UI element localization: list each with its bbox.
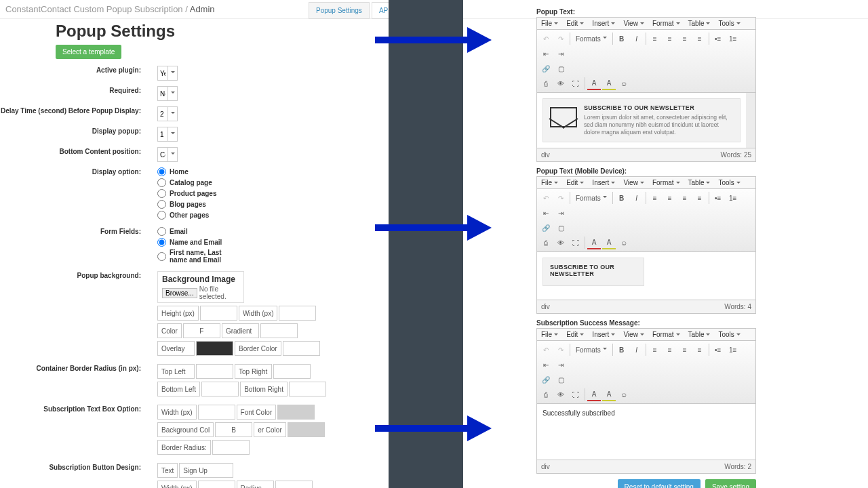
display-option-radio[interactable] <box>157 178 166 187</box>
align-right-icon[interactable]: ≡ <box>678 343 692 357</box>
indent-icon[interactable]: ⇥ <box>554 47 568 60</box>
display-popup-select[interactable] <box>157 127 178 142</box>
menu-file[interactable]: File <box>537 18 562 29</box>
print-icon[interactable]: ⎙ <box>539 388 553 401</box>
bullet-list-icon[interactable]: •≡ <box>711 191 725 205</box>
reset-button[interactable]: Reset to default setting <box>618 479 701 488</box>
italic-icon[interactable]: I <box>630 32 644 45</box>
active-plugin-value[interactable] <box>158 70 167 77</box>
italic-icon[interactable]: I <box>630 343 644 357</box>
align-center-icon[interactable]: ≡ <box>663 32 677 45</box>
display-popup-value[interactable] <box>158 131 167 138</box>
menu-view[interactable]: View <box>619 329 648 340</box>
required-select[interactable] <box>157 86 178 101</box>
image-icon[interactable]: ▢ <box>554 62 568 75</box>
formats-dropdown[interactable]: Formats <box>572 32 610 45</box>
br-input[interactable] <box>289 382 326 396</box>
display-option-radio[interactable] <box>157 200 166 209</box>
menu-file[interactable]: File <box>537 177 562 188</box>
emoji-icon[interactable]: ☺ <box>617 77 631 90</box>
width-input[interactable] <box>279 306 316 321</box>
fullscreen-icon[interactable]: ⛶ <box>569 236 583 249</box>
emoji-icon[interactable]: ☺ <box>617 236 631 249</box>
formats-dropdown[interactable]: Formats <box>572 343 610 357</box>
align-right-icon[interactable]: ≡ <box>678 32 692 45</box>
preview-icon[interactable]: 👁 <box>554 236 568 249</box>
italic-icon[interactable]: I <box>630 191 644 205</box>
gradient-swatch[interactable] <box>260 323 298 338</box>
bullet-list-icon[interactable]: •≡ <box>711 343 725 357</box>
menu-insert[interactable]: Insert <box>588 329 619 340</box>
preview-icon[interactable]: 👁 <box>554 388 568 401</box>
link-icon[interactable]: 🔗 <box>539 62 553 75</box>
bl-input[interactable] <box>201 382 239 396</box>
bgcolor-icon[interactable]: A <box>602 236 616 249</box>
textcolor-icon[interactable]: A <box>587 388 601 401</box>
tb-width-input[interactable] <box>198 405 235 420</box>
textcolor-icon[interactable]: A <box>587 236 601 249</box>
redo-icon[interactable]: ↷ <box>554 191 568 205</box>
align-left-icon[interactable]: ≡ <box>648 32 662 45</box>
align-justify-icon[interactable]: ≡ <box>693 343 707 357</box>
link-icon[interactable]: 🔗 <box>539 373 553 386</box>
bold-icon[interactable]: B <box>615 191 629 205</box>
delay-select[interactable] <box>157 106 178 121</box>
tl-input[interactable] <box>196 364 233 379</box>
redo-icon[interactable]: ↷ <box>554 343 568 357</box>
redo-icon[interactable]: ↷ <box>554 32 568 45</box>
bold-icon[interactable]: B <box>615 32 629 45</box>
menu-edit[interactable]: Edit <box>562 329 588 340</box>
menu-edit[interactable]: Edit <box>562 18 588 29</box>
print-icon[interactable]: ⎙ <box>539 236 553 249</box>
display-option-radio[interactable] <box>157 167 166 176</box>
menu-edit[interactable]: Edit <box>562 177 588 188</box>
delay-value[interactable] <box>158 110 167 118</box>
tab-popup-settings[interactable]: Popup Settings <box>309 2 370 19</box>
outdent-icon[interactable]: ⇤ <box>539 358 553 371</box>
menu-format[interactable]: Format <box>648 329 684 340</box>
menu-table[interactable]: Table <box>684 18 715 29</box>
numbered-list-icon[interactable]: 1≡ <box>726 32 740 45</box>
emoji-icon[interactable]: ☺ <box>617 388 631 401</box>
browse-button[interactable]: Browse... <box>162 288 197 298</box>
align-justify-icon[interactable]: ≡ <box>693 32 707 45</box>
align-left-icon[interactable]: ≡ <box>648 343 662 357</box>
fullscreen-icon[interactable]: ⛶ <box>569 77 583 90</box>
bgcolor-icon[interactable]: A <box>602 388 616 401</box>
outdent-icon[interactable]: ⇤ <box>539 47 553 60</box>
tb-bgcolor-input[interactable]: B <box>215 422 252 437</box>
undo-icon[interactable]: ↶ <box>539 191 553 205</box>
select-template-button[interactable]: Select a template <box>56 45 121 59</box>
bgcolor-icon[interactable]: A <box>602 77 616 90</box>
indent-icon[interactable]: ⇥ <box>554 206 568 220</box>
align-center-icon[interactable]: ≡ <box>663 191 677 205</box>
tb-borderradius-input[interactable] <box>212 440 250 455</box>
bottom-content-value[interactable] <box>158 151 167 159</box>
menu-view[interactable]: View <box>619 18 648 29</box>
print-icon[interactable]: ⎙ <box>539 77 553 90</box>
btn-radius-input[interactable] <box>275 481 313 488</box>
display-option-radio[interactable] <box>157 189 166 198</box>
bottom-content-select[interactable] <box>157 147 178 162</box>
menu-format[interactable]: Format <box>648 177 684 188</box>
bold-icon[interactable]: B <box>615 343 629 357</box>
menu-insert[interactable]: Insert <box>588 18 619 29</box>
align-left-icon[interactable]: ≡ <box>648 191 662 205</box>
display-option-radio[interactable] <box>157 211 166 220</box>
menu-view[interactable]: View <box>619 177 648 188</box>
overlay-swatch[interactable] <box>196 341 233 356</box>
menu-insert[interactable]: Insert <box>588 177 619 188</box>
menu-tools[interactable]: Tools <box>714 329 744 340</box>
tb-fontcolor-swatch[interactable] <box>277 405 315 420</box>
tr-input[interactable] <box>273 364 311 379</box>
color-input[interactable]: F <box>183 323 220 338</box>
tb-bordercolor-swatch[interactable] <box>288 422 325 437</box>
form-field-radio[interactable] <box>157 238 166 247</box>
link-icon[interactable]: 🔗 <box>539 221 553 235</box>
menu-tools[interactable]: Tools <box>714 177 744 188</box>
image-icon[interactable]: ▢ <box>554 221 568 235</box>
align-center-icon[interactable]: ≡ <box>663 343 677 357</box>
btn-text-value[interactable]: Sign Up <box>179 463 233 478</box>
editor-body[interactable]: SUBSCRIBE TO OUR NEWSLETTER <box>537 252 755 300</box>
menu-table[interactable]: Table <box>684 329 715 340</box>
